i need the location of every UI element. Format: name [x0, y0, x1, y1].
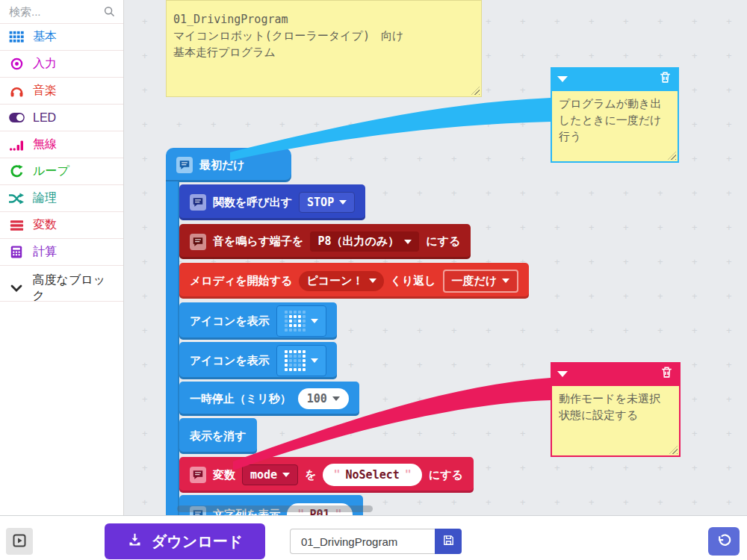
comment-indicator-icon[interactable]	[190, 234, 206, 250]
makecode-editor: 基本 入力 音楽 LED 無線 ループ 論理 変数	[0, 0, 747, 560]
block-label: 表示を消す	[190, 429, 247, 444]
project-name-input[interactable]	[290, 529, 435, 554]
toolbox-search[interactable]	[0, 0, 123, 24]
block-start-melody[interactable]: メロディを開始する ピコーン！ くり返し 一度だけ	[179, 263, 529, 299]
editor-bottom-bar: ダウンロード	[0, 515, 747, 560]
download-button[interactable]: ダウンロード	[105, 523, 265, 559]
undo-icon	[716, 533, 731, 550]
category-item-input[interactable]: 入力	[0, 51, 123, 78]
block-show-icon-2[interactable]: アイコンを表示	[179, 342, 337, 379]
category-label: 入力	[33, 56, 57, 72]
note-line: 行う	[559, 128, 671, 145]
block-label: を	[305, 468, 316, 482]
block-label: メロディを開始する	[190, 274, 292, 288]
pause-value-dropdown[interactable]: 100	[298, 388, 349, 409]
block-canvas[interactable]: ++++++++++++++++++++++++++++++++++++++++…	[124, 0, 747, 515]
category-label: ループ	[33, 164, 69, 179]
block-set-variable[interactable]: 変数 mode を "NoSelect" にする	[179, 457, 474, 493]
trash-icon[interactable]	[660, 365, 674, 384]
note-line: 01_DrivingProgram	[173, 11, 474, 28]
comment-indicator-icon[interactable]	[176, 157, 193, 173]
category-item-radio[interactable]: 無線	[0, 131, 123, 158]
comment-indicator-icon[interactable]	[190, 467, 206, 483]
block-call-function[interactable]: 関数を呼び出す STOP	[179, 184, 365, 220]
icon-picker-dropdown[interactable]	[276, 345, 326, 376]
download-label: ダウンロード	[152, 532, 243, 552]
play-square-icon	[13, 534, 26, 550]
function-dropdown[interactable]: STOP	[299, 192, 355, 213]
horizontal-scrollbar[interactable]	[177, 505, 373, 512]
save-button[interactable]	[435, 529, 462, 554]
note-resize-handle[interactable]	[669, 446, 678, 454]
string-value-field[interactable]: "NoSelect"	[323, 464, 421, 486]
dropdown-arrow-icon	[332, 396, 340, 401]
category-label: 論理	[33, 190, 57, 206]
note-resize-handle[interactable]	[668, 152, 676, 160]
dropdown-value: STOP	[307, 196, 334, 209]
search-input[interactable]	[7, 4, 102, 19]
note-line: したときに一度だけ	[559, 112, 671, 128]
category-item-music[interactable]: 音楽	[0, 78, 123, 105]
note-line: 状態に設定する	[559, 407, 672, 423]
save-icon	[442, 534, 455, 549]
variable-dropdown[interactable]: mode	[242, 464, 298, 485]
block-label: 一時停止（ミリ秒）	[190, 392, 291, 406]
advanced-label: 高度なブロック	[33, 273, 117, 304]
note-line: マイコンロボット(クローラータイプ) 向け	[173, 28, 474, 44]
dropdown-arrow-icon	[404, 240, 412, 244]
category-label: 計算	[33, 244, 57, 260]
workspace-note-title[interactable]: 01_DrivingProgram マイコンロボット(クローラータイプ) 向け …	[166, 0, 482, 97]
melody-dropdown[interactable]: ピコーン！	[299, 271, 383, 291]
toggle-icon	[7, 111, 25, 125]
block-clear-screen[interactable]: 表示を消す	[179, 418, 257, 454]
dropdown-arrow-icon	[502, 279, 509, 283]
dropdown-value: ピコーン！	[306, 274, 363, 288]
dropdown-value: mode	[250, 468, 277, 482]
headphones-icon	[7, 84, 25, 99]
pin-dropdown[interactable]: P8（出力のみ）	[310, 231, 419, 252]
basic-grid-icon	[7, 30, 25, 45]
icon-picker-dropdown[interactable]	[276, 305, 326, 337]
block-comment-start[interactable]: プログラムが動き出 したときに一度だけ 行う	[551, 67, 679, 163]
comment-indicator-icon[interactable]	[190, 194, 206, 211]
category-item-led[interactable]: LED	[0, 105, 123, 131]
repeat-dropdown[interactable]: 一度だけ	[443, 270, 519, 293]
block-pause[interactable]: 一時停止（ミリ秒） 100	[179, 382, 359, 416]
loop-icon	[7, 164, 25, 179]
category-item-math[interactable]: 計算	[0, 239, 123, 266]
toolbox: 基本 入力 音楽 LED 無線 ループ 論理 変数	[0, 0, 124, 515]
category-label: 基本	[33, 29, 57, 45]
category-item-logic[interactable]: 論理	[0, 185, 123, 212]
field-value: NoSelect	[346, 468, 400, 482]
category-label: 無線	[33, 137, 57, 152]
block-comment-mode[interactable]: 動作モードを未選択 状態に設定する	[551, 362, 681, 457]
led-pattern-small-square	[285, 311, 306, 332]
dropdown-value: 100	[307, 392, 327, 405]
collapse-comment-icon[interactable]	[557, 76, 568, 82]
led-pattern-square	[285, 350, 306, 371]
category-item-variables[interactable]: 変数	[0, 212, 123, 239]
dropdown-value: P8（出力のみ）	[317, 234, 399, 249]
advanced-blocks-toggle[interactable]: 高度なブロック	[0, 275, 123, 302]
signal-bars-icon	[7, 137, 25, 152]
bars-icon	[7, 218, 25, 233]
trash-icon[interactable]	[658, 70, 672, 89]
block-show-icon-1[interactable]: アイコンを表示	[179, 302, 337, 340]
note-line: プログラムが動き出	[559, 96, 671, 112]
collapse-comment-icon[interactable]	[557, 371, 568, 377]
shuffle-icon	[7, 191, 25, 206]
block-label: 音を鳴らす端子を	[213, 234, 303, 249]
block-label: 最初だけ	[199, 158, 245, 172]
note-resize-handle[interactable]	[471, 87, 480, 95]
search-icon	[102, 5, 116, 19]
chevron-down-icon	[7, 281, 25, 296]
block-set-sound-pin[interactable]: 音を鳴らす端子を P8（出力のみ） にする	[179, 224, 471, 259]
simulator-toggle-button[interactable]	[6, 528, 33, 555]
category-label: LED	[33, 111, 56, 125]
block-label: 変数	[213, 468, 235, 482]
dropdown-arrow-icon	[369, 279, 376, 283]
category-item-loops[interactable]: ループ	[0, 158, 123, 185]
undo-button[interactable]	[708, 527, 740, 556]
category-item-basic[interactable]: 基本	[0, 24, 123, 51]
block-on-start[interactable]: 最初だけ	[166, 148, 291, 182]
